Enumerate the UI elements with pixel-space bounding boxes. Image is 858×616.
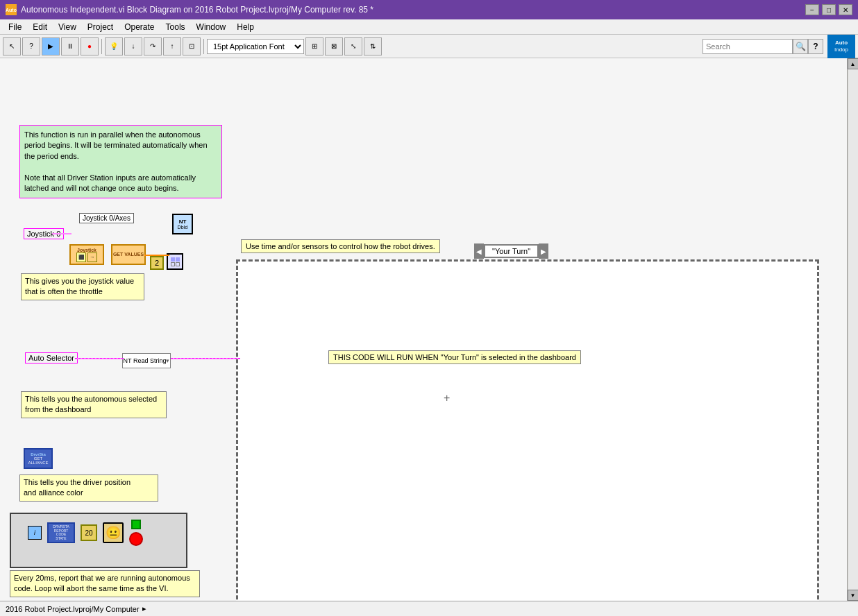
window-controls: − □ ✕ (805, 4, 852, 15)
num-2-block: 2 (150, 256, 164, 270)
drvr-sta-get-alliance[interactable]: DrvrSta GET ALLIANCE (24, 448, 53, 469)
scrollbar-right: ▲ ▼ (847, 58, 858, 601)
nt-read-arrow: ▾ (166, 357, 169, 364)
get-values-label: GET VALUES (113, 252, 144, 257)
joystick-inner-label: Joystick (77, 248, 96, 253)
wire-get-values (144, 255, 169, 256)
toolbar-distribute-btn[interactable]: ⊠ (325, 37, 343, 55)
loop-comment: Every 20ms, report that we are running a… (10, 570, 200, 597)
wire-auto-selector-2 (171, 358, 240, 359)
scroll-track[interactable] (848, 69, 858, 590)
main-area: This function is run in parallel when th… (0, 58, 858, 601)
get-values-block[interactable]: GET VALUES (111, 244, 146, 265)
case-selector: ◀ "Your Turn" ▶ (474, 243, 548, 259)
toolbar-run-btn[interactable]: ▶ (42, 37, 60, 55)
case-structure: Use time and/or sensors to control how t… (236, 259, 819, 601)
minimize-button[interactable]: − (805, 4, 819, 15)
menu-view[interactable]: View (53, 21, 82, 33)
auto-indop-badge: Auto Indop (827, 35, 855, 58)
auto-selector-comment: This tells you the autonomous selected f… (21, 391, 167, 418)
maximize-button[interactable]: □ (822, 4, 836, 15)
menu-project[interactable]: Project (82, 21, 119, 33)
wire-joystick-1 (52, 233, 72, 234)
status-text: 2016 Robot Project.lvproj/My Computer (6, 605, 140, 613)
toolbar-pause-btn[interactable]: ⏸ (61, 37, 79, 55)
menu-operate[interactable]: Operate (119, 21, 160, 33)
joystick-block[interactable]: Joystick ⬛ → (69, 244, 104, 265)
toolbar-stepover-btn[interactable]: ↷ (144, 37, 162, 55)
status-arrow: ▸ (142, 604, 146, 613)
close-button[interactable]: ✕ (839, 4, 852, 15)
nt-block[interactable]: NT DbId (172, 214, 193, 234)
face-block[interactable]: 😐 (103, 522, 124, 543)
toolbar-retain-btn[interactable]: ⊡ (183, 37, 201, 55)
title-text: Autonomous Independent.vi Block Diagram … (21, 5, 805, 15)
toolbar-separator-1 (101, 39, 102, 54)
toolbar-stepinto-btn[interactable]: ↓ (124, 37, 142, 55)
drvr-sta-comment: This tells you the driver position and a… (19, 474, 158, 502)
center-crosshair: + (444, 392, 450, 404)
loop-i-block: i (28, 526, 42, 540)
canvas[interactable]: This function is run in parallel when th… (0, 58, 847, 601)
report-label: DRVRSTA REPORT CODE STATE (53, 525, 69, 540)
menu-window[interactable]: Window (191, 21, 232, 33)
drvr-sta-report-block[interactable]: DRVRSTA REPORT CODE STATE (47, 522, 75, 543)
green-red-area (129, 520, 143, 546)
toolbar-resize-btn[interactable]: ⤡ (344, 37, 362, 55)
num-20-block: 20 (81, 524, 97, 541)
case-prev-arrow[interactable]: ◀ (474, 243, 484, 259)
menu-bar: File Edit View Project Operate Tools Win… (0, 19, 858, 35)
scroll-down-arrow[interactable]: ▼ (848, 590, 859, 601)
green-out-block (131, 520, 141, 529)
menu-file[interactable]: File (3, 21, 27, 33)
auto-selector-label: Auto Selector (25, 352, 78, 363)
toolbar-question-btn[interactable]: ? (22, 37, 40, 55)
toolbar-align-btn[interactable]: ⊞ (305, 37, 323, 55)
toolbar-reorder-btn[interactable]: ⇅ (364, 37, 382, 55)
font-selector[interactable]: 15pt Application Font (207, 39, 304, 54)
toolbar-highlight-btn[interactable]: 💡 (105, 37, 123, 55)
joystick-axes-label: Joystick 0/Axes (79, 213, 134, 223)
search-area: 🔍 ? (703, 39, 823, 54)
joystick-comment: This gives you the joystick value that i… (21, 273, 144, 300)
red-circle-block (129, 532, 143, 546)
status-bar: 2016 Robot Project.lvproj/My Computer ▸ (0, 601, 858, 616)
menu-help[interactable]: Help (231, 21, 260, 33)
arrow-icon: → (87, 253, 97, 262)
menu-edit[interactable]: Edit (27, 21, 53, 33)
get-alliance-label: GET ALLIANCE (28, 456, 48, 465)
index-icon (171, 257, 180, 266)
menu-tools[interactable]: Tools (160, 21, 191, 33)
title-bar: Auto Autonomous Independent.vi Block Dia… (0, 0, 858, 19)
joystick-icon: ⬛ (76, 253, 86, 262)
use-time-label: Use time and/or sensors to control how t… (241, 239, 440, 253)
toolbar-stepout-btn[interactable]: ↑ (163, 37, 181, 55)
toolbar-separator-2 (203, 39, 204, 54)
help-button[interactable]: ? (808, 39, 823, 54)
case-next-arrow[interactable]: ▶ (539, 243, 548, 259)
search-button[interactable]: 🔍 (793, 39, 808, 54)
scroll-up-arrow[interactable]: ▲ (848, 58, 859, 69)
app-icon: Auto (6, 4, 17, 15)
toolbar-arrow-btn[interactable]: ↖ (3, 37, 21, 55)
loop-inner-blocks: i DRVRSTA REPORT CODE STATE 20 😐 (28, 520, 143, 546)
case-selector-value[interactable]: "Your Turn" (484, 244, 539, 258)
search-input[interactable] (703, 39, 793, 54)
function-comment-box: This function is run in parallel when th… (19, 125, 222, 198)
wire-auto-selector (75, 358, 124, 359)
toolbar: ↖ ? ▶ ⏸ ● 💡 ↓ ↷ ↑ ⊡ 15pt Application Fon… (0, 35, 858, 58)
nt-read-string-block[interactable]: NT Read String ▾ (122, 353, 171, 368)
toolbar-abort-btn[interactable]: ● (81, 37, 99, 55)
code-run-label: THIS CODE WILL RUN WHEN "Your Turn" is s… (328, 350, 581, 364)
